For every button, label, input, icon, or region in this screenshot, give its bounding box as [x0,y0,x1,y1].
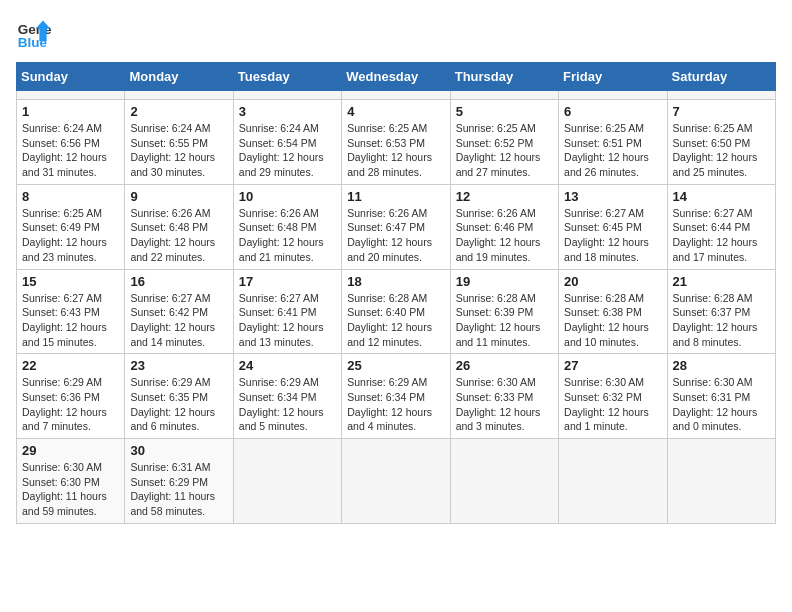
day-info: Sunrise: 6:26 AM Sunset: 6:47 PM Dayligh… [347,206,444,265]
calendar-week-row: 1Sunrise: 6:24 AM Sunset: 6:56 PM Daylig… [17,100,776,185]
calendar-cell [17,91,125,100]
calendar-cell [450,91,558,100]
day-info: Sunrise: 6:29 AM Sunset: 6:34 PM Dayligh… [239,375,336,434]
day-info: Sunrise: 6:30 AM Sunset: 6:33 PM Dayligh… [456,375,553,434]
day-info: Sunrise: 6:24 AM Sunset: 6:54 PM Dayligh… [239,121,336,180]
logo-icon: General Blue [16,16,52,52]
day-info: Sunrise: 6:27 AM Sunset: 6:44 PM Dayligh… [673,206,770,265]
day-of-week-header: Thursday [450,63,558,91]
day-info: Sunrise: 6:25 AM Sunset: 6:52 PM Dayligh… [456,121,553,180]
day-number: 23 [130,358,227,373]
day-number: 26 [456,358,553,373]
day-number: 25 [347,358,444,373]
day-info: Sunrise: 6:27 AM Sunset: 6:42 PM Dayligh… [130,291,227,350]
calendar-cell: 17Sunrise: 6:27 AM Sunset: 6:41 PM Dayli… [233,269,341,354]
day-number: 11 [347,189,444,204]
calendar-cell: 6Sunrise: 6:25 AM Sunset: 6:51 PM Daylig… [559,100,667,185]
day-of-week-header: Monday [125,63,233,91]
day-of-week-header: Wednesday [342,63,450,91]
calendar-cell: 29Sunrise: 6:30 AM Sunset: 6:30 PM Dayli… [17,439,125,524]
calendar-cell [233,439,341,524]
calendar-cell: 19Sunrise: 6:28 AM Sunset: 6:39 PM Dayli… [450,269,558,354]
day-number: 2 [130,104,227,119]
calendar-cell [667,91,775,100]
day-number: 17 [239,274,336,289]
calendar-cell: 11Sunrise: 6:26 AM Sunset: 6:47 PM Dayli… [342,184,450,269]
calendar-week-row: 15Sunrise: 6:27 AM Sunset: 6:43 PM Dayli… [17,269,776,354]
day-info: Sunrise: 6:25 AM Sunset: 6:49 PM Dayligh… [22,206,119,265]
calendar-cell [342,439,450,524]
day-number: 9 [130,189,227,204]
calendar-cell: 25Sunrise: 6:29 AM Sunset: 6:34 PM Dayli… [342,354,450,439]
day-number: 22 [22,358,119,373]
day-number: 29 [22,443,119,458]
calendar-cell: 9Sunrise: 6:26 AM Sunset: 6:48 PM Daylig… [125,184,233,269]
day-number: 8 [22,189,119,204]
calendar-cell: 12Sunrise: 6:26 AM Sunset: 6:46 PM Dayli… [450,184,558,269]
day-info: Sunrise: 6:25 AM Sunset: 6:51 PM Dayligh… [564,121,661,180]
calendar-cell: 3Sunrise: 6:24 AM Sunset: 6:54 PM Daylig… [233,100,341,185]
day-number: 7 [673,104,770,119]
calendar-cell: 4Sunrise: 6:25 AM Sunset: 6:53 PM Daylig… [342,100,450,185]
calendar-cell: 16Sunrise: 6:27 AM Sunset: 6:42 PM Dayli… [125,269,233,354]
page-header: General Blue [16,16,776,52]
day-number: 24 [239,358,336,373]
day-of-week-header: Saturday [667,63,775,91]
day-info: Sunrise: 6:26 AM Sunset: 6:46 PM Dayligh… [456,206,553,265]
day-info: Sunrise: 6:30 AM Sunset: 6:32 PM Dayligh… [564,375,661,434]
calendar-week-row: 29Sunrise: 6:30 AM Sunset: 6:30 PM Dayli… [17,439,776,524]
calendar-cell [559,91,667,100]
calendar-cell: 10Sunrise: 6:26 AM Sunset: 6:48 PM Dayli… [233,184,341,269]
calendar-cell: 14Sunrise: 6:27 AM Sunset: 6:44 PM Dayli… [667,184,775,269]
day-number: 3 [239,104,336,119]
calendar-cell: 30Sunrise: 6:31 AM Sunset: 6:29 PM Dayli… [125,439,233,524]
calendar-cell: 28Sunrise: 6:30 AM Sunset: 6:31 PM Dayli… [667,354,775,439]
day-number: 21 [673,274,770,289]
calendar-week-row: 22Sunrise: 6:29 AM Sunset: 6:36 PM Dayli… [17,354,776,439]
calendar-cell [342,91,450,100]
logo: General Blue [16,16,56,52]
calendar-header-row: SundayMondayTuesdayWednesdayThursdayFrid… [17,63,776,91]
day-number: 28 [673,358,770,373]
calendar-cell: 26Sunrise: 6:30 AM Sunset: 6:33 PM Dayli… [450,354,558,439]
day-info: Sunrise: 6:28 AM Sunset: 6:40 PM Dayligh… [347,291,444,350]
day-number: 12 [456,189,553,204]
day-info: Sunrise: 6:26 AM Sunset: 6:48 PM Dayligh… [130,206,227,265]
day-number: 10 [239,189,336,204]
day-info: Sunrise: 6:28 AM Sunset: 6:37 PM Dayligh… [673,291,770,350]
calendar-cell: 23Sunrise: 6:29 AM Sunset: 6:35 PM Dayli… [125,354,233,439]
day-info: Sunrise: 6:30 AM Sunset: 6:31 PM Dayligh… [673,375,770,434]
calendar-cell: 22Sunrise: 6:29 AM Sunset: 6:36 PM Dayli… [17,354,125,439]
calendar-cell: 1Sunrise: 6:24 AM Sunset: 6:56 PM Daylig… [17,100,125,185]
day-number: 6 [564,104,661,119]
day-number: 1 [22,104,119,119]
day-info: Sunrise: 6:30 AM Sunset: 6:30 PM Dayligh… [22,460,119,519]
calendar-cell [233,91,341,100]
calendar-cell: 27Sunrise: 6:30 AM Sunset: 6:32 PM Dayli… [559,354,667,439]
day-info: Sunrise: 6:24 AM Sunset: 6:56 PM Dayligh… [22,121,119,180]
calendar-cell [667,439,775,524]
calendar-cell: 2Sunrise: 6:24 AM Sunset: 6:55 PM Daylig… [125,100,233,185]
day-info: Sunrise: 6:26 AM Sunset: 6:48 PM Dayligh… [239,206,336,265]
day-number: 13 [564,189,661,204]
calendar-cell: 18Sunrise: 6:28 AM Sunset: 6:40 PM Dayli… [342,269,450,354]
day-info: Sunrise: 6:29 AM Sunset: 6:35 PM Dayligh… [130,375,227,434]
day-number: 16 [130,274,227,289]
day-number: 5 [456,104,553,119]
day-number: 4 [347,104,444,119]
calendar-week-row [17,91,776,100]
day-info: Sunrise: 6:27 AM Sunset: 6:43 PM Dayligh… [22,291,119,350]
day-number: 14 [673,189,770,204]
calendar-cell: 21Sunrise: 6:28 AM Sunset: 6:37 PM Dayli… [667,269,775,354]
calendar-cell: 15Sunrise: 6:27 AM Sunset: 6:43 PM Dayli… [17,269,125,354]
calendar-cell [450,439,558,524]
day-info: Sunrise: 6:27 AM Sunset: 6:45 PM Dayligh… [564,206,661,265]
day-of-week-header: Friday [559,63,667,91]
day-info: Sunrise: 6:24 AM Sunset: 6:55 PM Dayligh… [130,121,227,180]
day-info: Sunrise: 6:31 AM Sunset: 6:29 PM Dayligh… [130,460,227,519]
calendar-cell: 24Sunrise: 6:29 AM Sunset: 6:34 PM Dayli… [233,354,341,439]
day-number: 15 [22,274,119,289]
calendar-cell: 5Sunrise: 6:25 AM Sunset: 6:52 PM Daylig… [450,100,558,185]
day-info: Sunrise: 6:25 AM Sunset: 6:50 PM Dayligh… [673,121,770,180]
day-number: 20 [564,274,661,289]
